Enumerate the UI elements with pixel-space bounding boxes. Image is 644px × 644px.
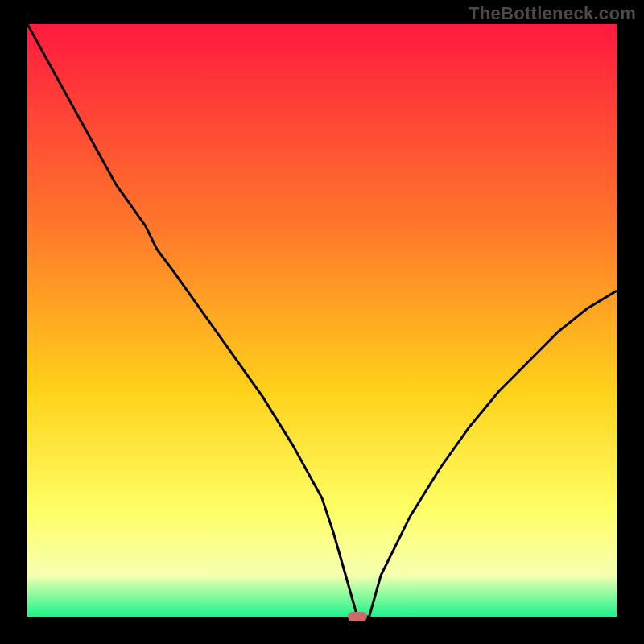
gradient-background <box>27 24 617 617</box>
watermark-text: TheBottleneck.com <box>469 3 636 24</box>
plot-area <box>27 24 617 617</box>
optimal-marker <box>348 612 367 621</box>
chart-frame: TheBottleneck.com <box>0 0 644 644</box>
chart-svg <box>27 24 617 617</box>
